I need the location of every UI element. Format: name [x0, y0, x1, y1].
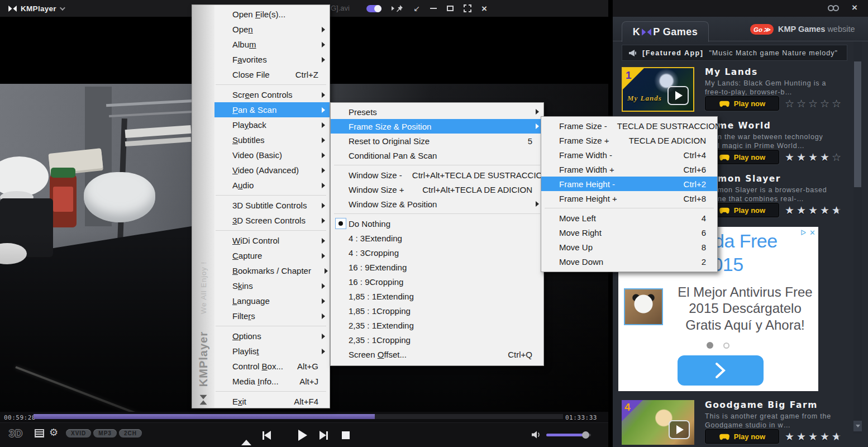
menu-item[interactable]: Frame Width +Ctrl+6 [541, 162, 717, 177]
menu-item[interactable]: 1,85 : 1Cropping [331, 303, 543, 318]
volume-slider[interactable] [546, 434, 591, 436]
submenu-arrow-icon [318, 203, 325, 208]
gamepad-icon [719, 433, 730, 440]
ad-close-icon[interactable]: ✕ [809, 229, 815, 237]
menu-item[interactable]: Open File(s)... [214, 7, 330, 22]
menu-item[interactable]: 4 : 3Extending [331, 231, 543, 245]
menu-item[interactable]: Control Box...Alt+G [214, 359, 330, 374]
menu-item[interactable]: 3D Subtitle Controls [214, 198, 330, 213]
3d-mode-button[interactable]: 3D [9, 428, 23, 440]
menu-item[interactable]: Reset to Original Size5 [331, 134, 543, 148]
menu-item[interactable]: Language [214, 293, 330, 308]
menu-item[interactable]: 16 : 9Extending [331, 260, 543, 274]
menu-item[interactable]: Frame Height +Ctrl+8 [541, 191, 717, 206]
carousel-dots[interactable] [707, 342, 729, 349]
menu-item[interactable]: Conditional Pan & Scan [331, 148, 543, 163]
menu-item[interactable]: Album [214, 37, 330, 52]
menu-item[interactable]: Audio [214, 178, 330, 193]
video-play-icon[interactable] [669, 420, 690, 439]
menu-item[interactable]: Do Nothing [331, 216, 543, 231]
volume-knob[interactable] [582, 431, 589, 439]
panel-titlebar[interactable]: × [613, 0, 868, 17]
scene-bowl [0, 156, 49, 197]
menu-item[interactable]: Move Down2 [541, 254, 717, 269]
featured-app-bar[interactable]: [Featured App] "Music Match game Nature … [622, 45, 847, 61]
menu-item[interactable]: Video (Basic) [214, 148, 330, 163]
video-play-icon[interactable] [667, 86, 689, 105]
adchoices-icon[interactable]: ᐅ [800, 229, 806, 237]
scrollbar[interactable] [853, 41, 862, 434]
menu-item[interactable]: Frame Height -Ctrl+2 [541, 177, 717, 191]
eject-button[interactable] [241, 430, 251, 440]
menu-item[interactable]: Screen Offset...Ctrl+Q [331, 347, 543, 362]
menu-item[interactable]: WiDi Control [214, 233, 330, 248]
play-now-button[interactable]: Play now [705, 429, 779, 444]
submenu-arrow-icon [318, 313, 325, 319]
ad-next-button[interactable] [678, 355, 764, 386]
always-on-top-toggle[interactable] [366, 5, 381, 12]
menu-item[interactable]: 3D Screen Controls [214, 213, 330, 228]
menu-item[interactable]: Video (Advanced) [214, 163, 330, 178]
menu-item[interactable]: Filters [214, 308, 330, 324]
menu-item[interactable]: Capture [214, 248, 330, 263]
seek-bar[interactable] [34, 414, 563, 419]
restore-button[interactable] [447, 6, 454, 11]
next-button[interactable] [319, 431, 328, 440]
gear-icon[interactable]: ⚙ [49, 426, 58, 439]
menu-item[interactable]: Playback [214, 117, 330, 132]
menu-item[interactable]: 2,35 : 1Cropping [331, 332, 543, 347]
menu-item[interactable]: 16 : 9Cropping [331, 274, 543, 289]
minimize-to-corner-icon[interactable]: ↙ [413, 4, 420, 12]
app-menu-button[interactable]: KMPlayer [0, 4, 64, 13]
menu-item[interactable]: Media Info...Alt+J [214, 374, 330, 389]
menu-item[interactable]: Bookmarks / Chapter [214, 263, 330, 278]
close-button[interactable]: × [481, 4, 487, 13]
menu-item[interactable]: Playlist [214, 344, 330, 359]
menu-item[interactable]: Window Size & Position [331, 197, 543, 211]
scrollbar-thumb[interactable] [854, 61, 861, 187]
dot-active[interactable] [707, 342, 713, 349]
menu-item[interactable]: Move Left4 [541, 211, 717, 225]
panel-close-button[interactable]: × [852, 2, 857, 13]
kmp-games-website-link[interactable]: KMP Games website [778, 25, 855, 34]
submenu-arrow-icon [318, 183, 325, 188]
fullscreen-button[interactable] [464, 4, 471, 12]
menu-item[interactable]: Move Up8 [541, 240, 717, 254]
menu-item[interactable]: Subtitles [214, 132, 330, 148]
menu-item[interactable]: Window Size -Ctrl+Alt+TECLA DE SUSTRACCI… [331, 168, 543, 182]
pin-button[interactable] [392, 4, 403, 12]
menu-item[interactable]: Close FileCtrl+Z [214, 67, 330, 82]
menu-item[interactable]: Frame Size & Position [331, 119, 543, 134]
menu-item[interactable]: Frame Width -Ctrl+4 [541, 148, 717, 162]
link-icon[interactable] [827, 4, 840, 12]
game-thumbnail[interactable]: 4 [622, 400, 694, 445]
dot-inactive[interactable] [723, 343, 729, 349]
scroll-down-button[interactable] [853, 421, 862, 431]
menu-item[interactable]: Skins [214, 278, 330, 293]
menu-item[interactable]: ExitAlt+F4 [214, 394, 330, 409]
stop-button[interactable] [342, 431, 350, 439]
menu-item[interactable]: Favorites [214, 52, 330, 67]
menu-item[interactable]: Window Size +Ctrl+Alt+TECLA DE ADICION [331, 182, 543, 197]
play-now-button[interactable]: Play now [705, 96, 779, 111]
menu-item[interactable]: Frame Size +TECLA DE ADICION [541, 133, 717, 148]
speaker-icon[interactable] [531, 430, 542, 439]
menu-item[interactable]: Presets [331, 104, 543, 119]
previous-button[interactable] [263, 431, 271, 440]
menu-item[interactable]: Screen Controls [214, 87, 330, 102]
game-thumbnail[interactable]: 1 My Lands [622, 67, 694, 112]
menu-item[interactable]: Options [214, 329, 330, 344]
codec-badge-video: XVID [66, 429, 91, 438]
menu-item[interactable]: Open [214, 22, 330, 37]
tab-kmp-games[interactable]: K P Games [622, 21, 709, 42]
play-button[interactable] [298, 430, 307, 441]
menu-item[interactable]: 2,35 : 1Extending [331, 318, 543, 332]
playlist-icon[interactable] [35, 429, 44, 438]
menu-item[interactable]: Pan & Scan [214, 102, 330, 117]
minimize-button[interactable] [430, 8, 437, 9]
menu-item[interactable]: 4 : 3Cropping [331, 245, 543, 260]
menu-item[interactable]: Move Right6 [541, 225, 717, 240]
go-button[interactable]: Go≫ [750, 24, 774, 35]
menu-item[interactable]: Frame Size -TECLA DE SUSTRACCION [541, 118, 717, 133]
menu-item[interactable]: 1,85 : 1Extending [331, 289, 543, 303]
